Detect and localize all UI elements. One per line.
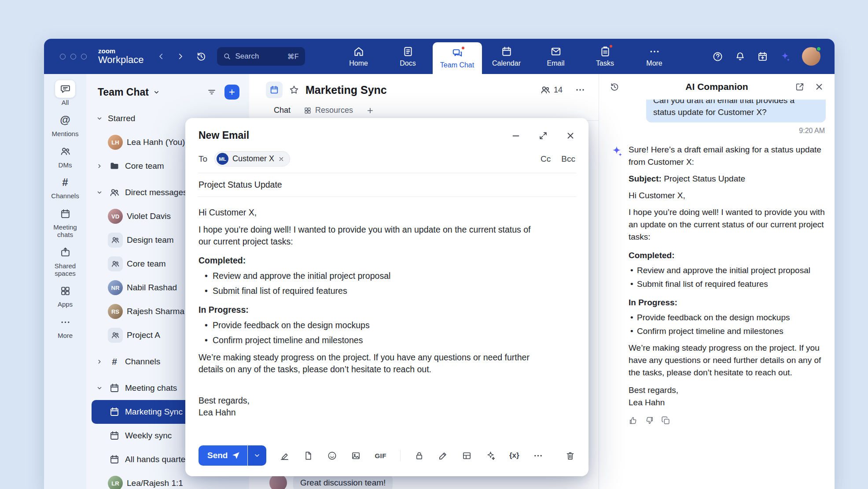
template-layout-icon[interactable] bbox=[462, 451, 472, 461]
email-completed-list: Review and approve the initial project p… bbox=[199, 270, 544, 297]
rail-item-channels[interactable]: # Channels bbox=[45, 174, 85, 200]
thumbs-up-icon[interactable] bbox=[629, 416, 638, 425]
nav-tab-calendar[interactable]: Calendar bbox=[482, 39, 531, 74]
calendar-icon bbox=[108, 383, 121, 393]
back-arrow-icon[interactable] bbox=[157, 52, 165, 60]
star-icon[interactable] bbox=[289, 85, 299, 95]
add-tab-button[interactable] bbox=[366, 107, 374, 115]
calendar-icon bbox=[55, 205, 75, 222]
subject-field[interactable]: Project Status Update bbox=[198, 173, 576, 197]
expand-icon[interactable] bbox=[538, 131, 548, 141]
nav-tab-label: More bbox=[646, 59, 662, 67]
rail-item-shared-spaces[interactable]: Shared spaces bbox=[45, 244, 85, 278]
meeting-chat-badge-icon bbox=[266, 82, 283, 98]
nav-tab-docs[interactable]: Docs bbox=[383, 39, 433, 74]
tab-resources[interactable]: Resources bbox=[304, 106, 353, 115]
rail-item-label: DMs bbox=[59, 162, 72, 169]
user-prompt-bubble: Can you draft an email that provides a s… bbox=[646, 100, 826, 122]
emoji-icon[interactable] bbox=[327, 451, 337, 461]
hash-icon: # bbox=[108, 356, 121, 367]
members-button[interactable]: 14 bbox=[540, 85, 563, 95]
more-icon bbox=[55, 313, 75, 331]
avatar bbox=[269, 474, 287, 489]
history-icon[interactable] bbox=[196, 51, 206, 62]
filter-icon[interactable] bbox=[207, 87, 217, 97]
chat-label: Marketing Sync bbox=[125, 407, 183, 417]
ai-closing: We’re making steady progress on the proj… bbox=[629, 342, 826, 379]
send-button[interactable]: Send bbox=[199, 445, 247, 466]
more-options-icon[interactable] bbox=[575, 85, 585, 95]
signature-icon[interactable] bbox=[280, 451, 290, 461]
ai-conversation[interactable]: Can you draft an email that provides a s… bbox=[599, 100, 835, 489]
email-greeting: Hi Customer X, bbox=[199, 207, 544, 219]
chat-label: Design team bbox=[127, 235, 174, 245]
nav-tab-tasks[interactable]: Tasks bbox=[581, 39, 630, 74]
email-inprogress-list: Provide feedback on the design mockups C… bbox=[199, 319, 544, 346]
avatar: NR bbox=[108, 280, 123, 295]
search-placeholder: Search bbox=[235, 52, 259, 61]
close-icon[interactable] bbox=[814, 82, 824, 92]
sidebar-title-dropdown[interactable]: Team Chat bbox=[98, 86, 160, 98]
minimize-icon[interactable] bbox=[511, 131, 521, 141]
rail-item-mentions[interactable]: @ Mentions bbox=[45, 111, 85, 138]
chevron-down-icon bbox=[95, 115, 104, 122]
top-navigation-bar: zoom Workplace Search ⌘F bbox=[44, 39, 835, 74]
image-icon[interactable] bbox=[351, 451, 361, 461]
delete-draft-icon[interactable] bbox=[565, 451, 575, 461]
email-body-editor[interactable]: Hi Customer X, I hope you’re doing well!… bbox=[198, 197, 545, 440]
section-label: Channels bbox=[125, 357, 160, 367]
timestamp: 9:20 AM bbox=[611, 127, 825, 135]
close-icon[interactable] bbox=[566, 131, 575, 141]
people-icon bbox=[108, 187, 121, 198]
remove-recipient-icon[interactable] bbox=[278, 156, 284, 162]
search-input[interactable]: Search ⌘F bbox=[217, 47, 305, 66]
gif-icon[interactable]: GIF bbox=[375, 452, 386, 459]
unread-dot bbox=[461, 46, 465, 50]
nav-tab-more[interactable]: More bbox=[630, 39, 679, 74]
help-icon[interactable] bbox=[712, 51, 723, 62]
ai-sparkle-icon[interactable] bbox=[780, 51, 791, 62]
encrypt-lock-icon[interactable] bbox=[414, 451, 424, 461]
zoom-window-button[interactable] bbox=[81, 54, 87, 59]
compose-header: New Email bbox=[198, 118, 576, 148]
more-options-icon[interactable] bbox=[533, 451, 543, 461]
recipient-chip[interactable]: ML Customer X bbox=[214, 151, 290, 167]
history-icon[interactable] bbox=[610, 82, 619, 92]
user-avatar[interactable] bbox=[802, 47, 820, 66]
list-item: Submit final list of required features bbox=[199, 285, 544, 297]
copy-icon[interactable] bbox=[661, 416, 670, 425]
cc-button[interactable]: Cc bbox=[541, 154, 551, 164]
bcc-button[interactable]: Bcc bbox=[561, 154, 575, 164]
ai-panel-header: AI Companion bbox=[599, 74, 835, 100]
rail-item-apps[interactable]: Apps bbox=[45, 282, 85, 308]
thumbs-down-icon[interactable] bbox=[645, 416, 654, 425]
tab-chat[interactable]: Chat bbox=[274, 106, 291, 115]
email-icon bbox=[550, 46, 562, 57]
edit-pencil-icon[interactable] bbox=[438, 451, 448, 461]
variables-icon[interactable]: {x} bbox=[509, 451, 519, 460]
nav-tab-home[interactable]: Home bbox=[334, 39, 383, 74]
minimize-window-button[interactable] bbox=[70, 54, 76, 59]
rail-item-meeting-chats[interactable]: Meeting chats bbox=[45, 205, 85, 239]
nav-tab-label: Tasks bbox=[596, 59, 614, 67]
send-options-button[interactable] bbox=[248, 445, 266, 466]
ai-subject-line: Subject: Project Status Update bbox=[629, 173, 826, 185]
compose-toolbar: Send GIF bbox=[198, 440, 576, 476]
ai-compose-sparkle-icon[interactable] bbox=[485, 451, 496, 461]
notifications-icon[interactable] bbox=[735, 51, 746, 62]
new-chat-button[interactable] bbox=[224, 85, 239, 100]
attach-file-icon[interactable] bbox=[303, 451, 313, 461]
nav-tab-email[interactable]: Email bbox=[531, 39, 581, 74]
rail-item-dms[interactable]: DMs bbox=[45, 143, 85, 169]
ai-response: Sure! Here’s a draft email asking for a … bbox=[611, 144, 826, 409]
rail-item-more[interactable]: More bbox=[45, 313, 85, 340]
nav-tab-team-chat[interactable]: Team Chat bbox=[433, 42, 482, 74]
open-in-new-icon[interactable] bbox=[795, 82, 805, 92]
close-window-button[interactable] bbox=[60, 54, 66, 59]
ai-response-text: Sure! Here’s a draft email asking for a … bbox=[629, 144, 826, 409]
calendar-icon[interactable] bbox=[757, 51, 768, 62]
forward-arrow-icon[interactable] bbox=[177, 52, 184, 60]
rail-item-all[interactable]: All bbox=[45, 80, 85, 107]
rail-item-label: Meeting chats bbox=[45, 224, 85, 239]
member-count: 14 bbox=[554, 85, 563, 95]
